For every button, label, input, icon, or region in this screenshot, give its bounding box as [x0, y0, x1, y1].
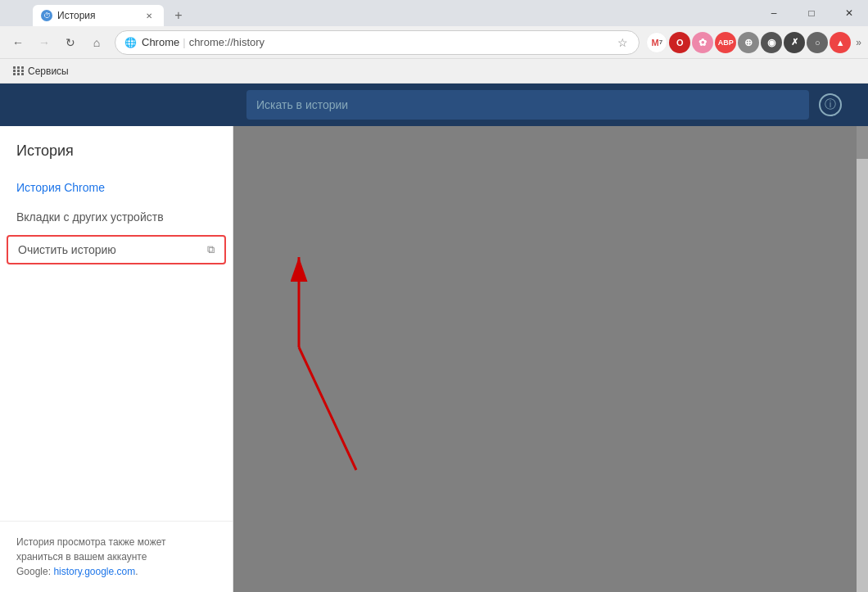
secure-icon: 🌐: [124, 36, 137, 49]
annotation-arrow: [233, 126, 868, 592]
chrome-update-icon[interactable]: ▲: [830, 32, 851, 53]
page-body: [233, 126, 868, 592]
address-separator: |: [183, 36, 185, 48]
scrollbar-thumb[interactable]: [857, 126, 868, 159]
apps-grid-icon: [13, 66, 25, 75]
sidebar-footer: История просмотра также может храниться …: [0, 521, 233, 592]
close-button[interactable]: ✕: [830, 0, 868, 26]
gmail-extension-icon[interactable]: M7: [646, 32, 667, 53]
tab-close-button[interactable]: ✕: [142, 9, 156, 22]
apps-bookmark[interactable]: Сервисы: [7, 64, 75, 79]
tab-label: История: [57, 10, 138, 21]
address-bar[interactable]: 🌐 Chrome | chrome://history ☆: [115, 30, 640, 55]
bookmarks-bar: Сервисы: [0, 59, 868, 84]
home-button[interactable]: ⌂: [85, 31, 108, 54]
refresh-button[interactable]: ↻: [59, 31, 82, 54]
footer-text1: История просмотра также может: [16, 536, 165, 548]
abp-extension-icon[interactable]: ABP: [715, 32, 736, 53]
scrollbar-track[interactable]: [857, 126, 868, 592]
tab-strip: ⏱ История ✕ +: [0, 0, 190, 26]
main-content: Искать в истории ⓘ История История Chrom…: [0, 84, 868, 592]
sidebar-item-chrome-history[interactable]: История Chrome: [0, 173, 233, 202]
svg-line-1: [299, 347, 356, 470]
footer-text3: Google:: [16, 566, 53, 577]
circle-extension-icon[interactable]: ○: [807, 32, 828, 53]
sidebar: История История Chrome Вкладки с других …: [0, 126, 233, 592]
external-link-icon: ⧉: [207, 243, 215, 256]
maximize-button[interactable]: □: [793, 0, 830, 26]
sidebar-item-chrome-history-label: История Chrome: [16, 181, 105, 194]
browser-window: ⏱ История ✕ + – □ ✕ ← → ↻ ⌂ 🌐 Chrome | c…: [0, 0, 868, 592]
sidebar-item-clear-history[interactable]: Очистить историю ⧉: [7, 235, 226, 264]
footer-text2: храниться в вашем аккаунте: [16, 551, 147, 563]
dark-extension-icon[interactable]: ✗: [784, 32, 805, 53]
nav-bar: ← → ↻ ⌂ 🌐 Chrome | chrome://history ☆ M7…: [0, 26, 868, 59]
address-url: chrome://history: [189, 36, 264, 48]
gray2-extension-icon[interactable]: ◉: [761, 32, 782, 53]
info-button[interactable]: ⓘ: [819, 93, 842, 116]
toolbar-extensions: M7 O ✿ ABP ⊕ ◉ ✗ ○ ▲: [646, 32, 851, 53]
active-tab[interactable]: ⏱ История ✕: [33, 5, 164, 26]
address-content: Chrome | chrome://history: [142, 36, 609, 48]
back-button[interactable]: ←: [7, 31, 29, 54]
sidebar-item-other-devices-label: Вкладки с других устройств: [16, 210, 164, 224]
minimize-button[interactable]: –: [755, 0, 793, 26]
bookmark-button[interactable]: ☆: [614, 34, 631, 51]
history-header: Искать в истории ⓘ: [0, 84, 868, 126]
content-with-scroll: История История Chrome Вкладки с других …: [0, 126, 868, 592]
more-button[interactable]: »: [856, 37, 861, 48]
address-brand: Chrome: [142, 36, 179, 48]
sidebar-item-clear-history-label: Очистить историю: [18, 243, 116, 256]
window-controls: – □ ✕: [755, 0, 868, 26]
sidebar-title: История: [0, 126, 233, 173]
footer-link[interactable]: history.google.com: [53, 566, 135, 577]
title-bar: ⏱ История ✕ + – □ ✕: [0, 0, 868, 26]
new-tab-button[interactable]: +: [167, 5, 190, 26]
tab-favicon: ⏱: [41, 10, 52, 21]
apps-label: Сервисы: [28, 66, 69, 77]
history-search-box[interactable]: Искать в истории: [246, 90, 809, 120]
sidebar-menu: История Chrome Вкладки с других устройст…: [0, 173, 233, 268]
search-placeholder: Искать в истории: [256, 98, 348, 111]
opera-extension-icon[interactable]: O: [669, 32, 690, 53]
sidebar-spacer: [0, 268, 233, 521]
flower-extension-icon[interactable]: ✿: [692, 32, 713, 53]
sidebar-item-other-devices[interactable]: Вкладки с других устройств: [0, 202, 233, 232]
footer-period: .: [135, 566, 138, 577]
gray1-extension-icon[interactable]: ⊕: [738, 32, 759, 53]
forward-button[interactable]: →: [33, 31, 56, 54]
